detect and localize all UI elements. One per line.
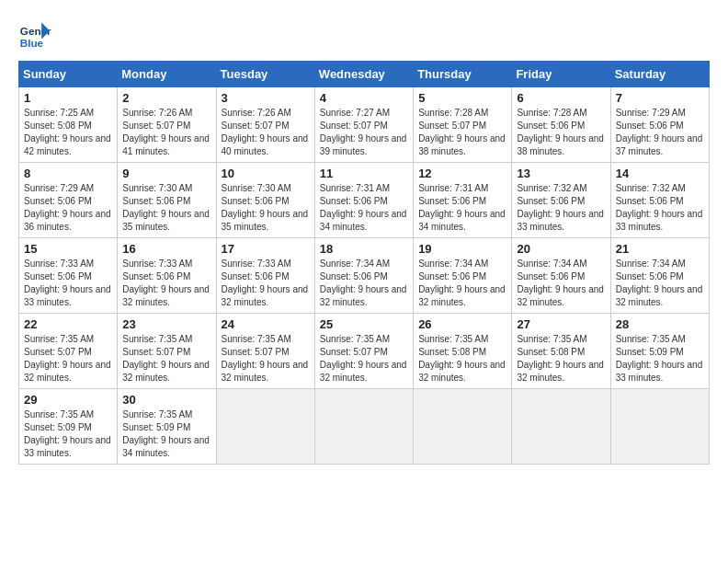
day-number: 24	[222, 317, 310, 331]
sunset-label: Sunset:	[24, 422, 58, 432]
sunset-label: Sunset:	[222, 347, 256, 357]
sunset-time: 5:06 PM	[58, 271, 92, 282]
daylight-label: Daylight: 9 hours and 38 minutes.	[418, 133, 506, 156]
calendar-cell: 26Sunrise: 7:35 AMSunset: 5:08 PMDayligh…	[414, 314, 512, 389]
sunset-time: 5:08 PM	[551, 347, 585, 357]
sunset-label: Sunset:	[517, 121, 551, 131]
day-number: 3	[222, 91, 310, 105]
calendar-cell: 16Sunrise: 7:33 AMSunset: 5:06 PMDayligh…	[118, 238, 216, 314]
sunrise-label: Sunrise:	[517, 108, 552, 118]
sunrise-time: 7:28 AM	[553, 108, 587, 118]
day-info: Sunrise: 7:35 AMSunset: 5:07 PMDaylight:…	[320, 333, 408, 385]
calendar-cell: 8Sunrise: 7:29 AMSunset: 5:06 PMDaylight…	[19, 163, 118, 238]
sunrise-time: 7:25 AM	[60, 108, 94, 118]
sunset-label: Sunset:	[418, 121, 452, 131]
sunrise-time: 7:27 AM	[356, 108, 390, 118]
sunrise-label: Sunrise:	[24, 108, 60, 118]
sunrise-label: Sunrise:	[320, 259, 356, 269]
day-info: Sunrise: 7:29 AMSunset: 5:06 PMDaylight:…	[616, 107, 704, 158]
daylight-label: Daylight: 9 hours and 34 minutes.	[418, 209, 506, 232]
sunset-time: 5:07 PM	[354, 347, 388, 357]
day-number: 6	[517, 91, 605, 105]
sunrise-time: 7:35 AM	[553, 334, 587, 344]
sunset-label: Sunset:	[122, 347, 156, 357]
sunset-time: 5:07 PM	[255, 347, 289, 357]
daylight-label: Daylight: 9 hours and 36 minutes.	[24, 209, 111, 232]
logo: General Blue	[18, 18, 51, 52]
calendar-cell: 25Sunrise: 7:35 AMSunset: 5:07 PMDayligh…	[314, 314, 413, 389]
sunset-time: 5:08 PM	[58, 121, 92, 131]
day-info: Sunrise: 7:30 AMSunset: 5:06 PMDaylight:…	[122, 182, 210, 234]
sunset-time: 5:07 PM	[58, 347, 92, 357]
sunset-time: 5:06 PM	[649, 271, 683, 282]
sunrise-time: 7:35 AM	[159, 334, 193, 344]
sunset-label: Sunset:	[24, 121, 58, 131]
day-header-saturday: Saturday	[610, 62, 709, 87]
sunrise-label: Sunrise:	[222, 334, 257, 344]
calendar-cell: 13Sunrise: 7:32 AMSunset: 5:06 PMDayligh…	[512, 163, 610, 238]
calendar-cell: 20Sunrise: 7:34 AMSunset: 5:06 PMDayligh…	[512, 238, 610, 314]
day-number: 27	[517, 317, 605, 331]
sunrise-time: 7:34 AM	[553, 259, 587, 269]
calendar-cell: 29Sunrise: 7:35 AMSunset: 5:09 PMDayligh…	[19, 389, 118, 465]
sunset-label: Sunset:	[616, 271, 650, 282]
day-info: Sunrise: 7:33 AMSunset: 5:06 PMDaylight:…	[222, 258, 310, 309]
calendar-cell: 11Sunrise: 7:31 AMSunset: 5:06 PMDayligh…	[314, 163, 413, 238]
sunset-label: Sunset:	[616, 196, 650, 206]
sunrise-time: 7:30 AM	[159, 183, 193, 193]
sunset-time: 5:07 PM	[452, 121, 486, 131]
day-number: 17	[222, 242, 310, 256]
daylight-label: Daylight: 9 hours and 32 minutes.	[122, 284, 210, 307]
day-info: Sunrise: 7:34 AMSunset: 5:06 PMDaylight:…	[616, 258, 704, 309]
sunset-time: 5:06 PM	[452, 196, 486, 206]
sunset-time: 5:06 PM	[354, 196, 388, 206]
sunrise-label: Sunrise:	[418, 183, 454, 193]
day-info: Sunrise: 7:34 AMSunset: 5:06 PMDaylight:…	[517, 258, 605, 309]
sunrise-label: Sunrise:	[616, 334, 652, 344]
calendar-cell: 18Sunrise: 7:34 AMSunset: 5:06 PMDayligh…	[314, 238, 413, 314]
sunrise-label: Sunrise:	[24, 183, 60, 193]
day-number: 29	[24, 393, 112, 407]
calendar-cell: 22Sunrise: 7:35 AMSunset: 5:07 PMDayligh…	[19, 314, 118, 389]
sunset-label: Sunset:	[24, 196, 58, 206]
calendar-cell	[314, 389, 413, 465]
calendar-cell	[414, 389, 512, 465]
sunrise-label: Sunrise:	[122, 259, 158, 269]
sunrise-label: Sunrise:	[122, 334, 158, 344]
sunset-time: 5:09 PM	[649, 347, 683, 357]
sunset-time: 5:06 PM	[551, 121, 585, 131]
calendar-cell: 12Sunrise: 7:31 AMSunset: 5:06 PMDayligh…	[414, 163, 512, 238]
daylight-label: Daylight: 9 hours and 33 minutes.	[517, 209, 604, 232]
sunrise-label: Sunrise:	[418, 334, 454, 344]
sunrise-time: 7:34 AM	[455, 259, 489, 269]
sunrise-time: 7:35 AM	[159, 409, 193, 419]
sunrise-time: 7:28 AM	[455, 108, 489, 118]
sunset-label: Sunset:	[616, 121, 650, 131]
sunset-time: 5:06 PM	[551, 196, 585, 206]
sunrise-label: Sunrise:	[222, 259, 257, 269]
sunset-label: Sunset:	[122, 271, 156, 282]
sunset-label: Sunset:	[418, 347, 452, 357]
day-info: Sunrise: 7:27 AMSunset: 5:07 PMDaylight:…	[320, 107, 408, 158]
sunset-label: Sunset:	[122, 422, 156, 432]
day-number: 11	[320, 167, 408, 180]
sunset-time: 5:07 PM	[255, 121, 289, 131]
calendar-cell: 14Sunrise: 7:32 AMSunset: 5:06 PMDayligh…	[610, 163, 709, 238]
sunrise-time: 7:33 AM	[257, 259, 291, 269]
calendar-cell: 30Sunrise: 7:35 AMSunset: 5:09 PMDayligh…	[118, 389, 216, 465]
daylight-label: Daylight: 9 hours and 32 minutes.	[222, 360, 309, 383]
sunrise-label: Sunrise:	[24, 334, 60, 344]
sunrise-label: Sunrise:	[222, 183, 257, 193]
day-info: Sunrise: 7:29 AMSunset: 5:06 PMDaylight:…	[24, 182, 112, 234]
sunset-label: Sunset:	[222, 196, 256, 206]
daylight-label: Daylight: 9 hours and 32 minutes.	[517, 284, 604, 307]
day-number: 19	[418, 242, 506, 256]
calendar-cell: 1Sunrise: 7:25 AMSunset: 5:08 PMDaylight…	[19, 87, 118, 163]
sunrise-label: Sunrise:	[616, 183, 652, 193]
sunset-label: Sunset:	[222, 271, 256, 282]
header: General Blue	[18, 18, 710, 52]
day-header-sunday: Sunday	[19, 62, 118, 87]
sunset-time: 5:06 PM	[354, 271, 388, 282]
daylight-label: Daylight: 9 hours and 42 minutes.	[24, 133, 111, 156]
daylight-label: Daylight: 9 hours and 40 minutes.	[222, 133, 309, 156]
